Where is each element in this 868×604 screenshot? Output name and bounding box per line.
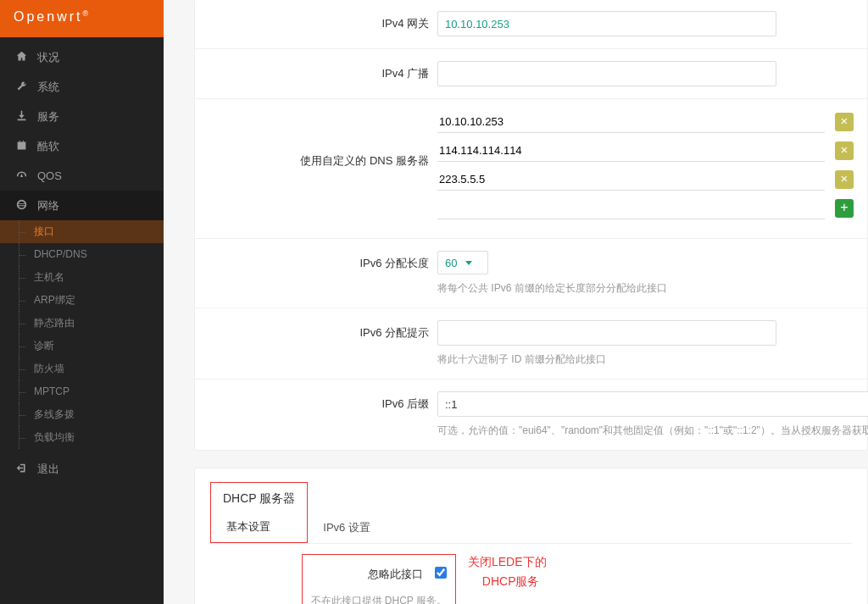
checkbox-ignore-iface[interactable] (435, 567, 447, 579)
label-dns: 使用自定义的 DNS 服务器 (195, 111, 437, 169)
annotation-line2: DHCP服务 (468, 574, 547, 590)
hint-ipv6-suffix: 可选，允许的值："eui64"、"random"和其他固定值（例如："::1"或… (437, 424, 868, 438)
row-ipv4-gateway: IPv4 网关 (195, 0, 867, 49)
subnav-multiwan[interactable]: 多线多拨 (0, 403, 164, 426)
brand-header: Openwrt® (0, 0, 164, 37)
row-dns: 使用自定义的 DNS 服务器 × × × + (195, 99, 867, 239)
logout-icon (14, 463, 29, 475)
wrench-icon (14, 80, 29, 93)
chevron-down-icon (465, 261, 472, 265)
nav-qos[interactable]: QOS (0, 161, 164, 191)
row-ipv6-len: IPv6 分配长度 60 将每个公共 IPv6 前缀的给定长度部分分配给此接口 (195, 239, 867, 308)
nav-system-label: 系统 (37, 80, 59, 95)
calendar-icon (14, 140, 29, 152)
interface-settings-card: IPv4 网关 IPv4 广播 使用自定义的 DNS 服务器 × × (194, 0, 868, 451)
nav-status-label: 状况 (37, 50, 59, 65)
nav-services-label: 服务 (37, 109, 59, 125)
row-ipv6-suffix: IPv6 后缀 可选，允许的值："eui64"、"random"和其他固定值（例… (195, 380, 867, 450)
gauge-icon (14, 169, 29, 182)
dns-input-new[interactable] (437, 197, 825, 219)
dhcp-tab-bar: DHCP 服务器 基本设置 IPv6 设置 (210, 482, 852, 544)
home-icon (14, 51, 29, 64)
brand-trademark: ® (82, 9, 88, 18)
label-ipv6-suffix: IPv6 后缀 (195, 391, 437, 412)
label-ignore-iface: 忽略此接口 (368, 567, 423, 582)
nav-logout-label: 退出 (37, 462, 59, 477)
row-ipv6-hint: IPv6 分配提示 将此十六进制子 ID 前缀分配给此接口 (195, 308, 867, 380)
subnav-firewall[interactable]: 防火墙 (0, 357, 164, 380)
input-ipv4-broadcast[interactable] (437, 61, 776, 86)
nav-services[interactable]: 服务 (0, 102, 164, 131)
network-subnav: 接口 DHCP/DNS 主机名 ARP绑定 静态路由 诊断 防火墙 MPTCP … (0, 220, 164, 449)
subnav-dhcp-dns[interactable]: DHCP/DNS (0, 243, 164, 266)
brand-name: Openwrt (14, 9, 82, 24)
hint-ignore-iface: 不在此接口提供 DHCP 服务。 (311, 594, 447, 604)
sidebar: Openwrt® 状况 系统 服务 酷软 QOS 网络 接口 DHCP/DNS (0, 0, 164, 604)
input-ipv6-hint[interactable] (437, 320, 776, 346)
dns-entry-2: × (437, 169, 854, 191)
nav-logout[interactable]: 退出 (0, 454, 164, 484)
input-ipv6-suffix[interactable] (437, 391, 868, 417)
dhcp-card: DHCP 服务器 基本设置 IPv6 设置 忽略此接口 不在此接口提供 DHCP… (194, 468, 868, 604)
tab-basic[interactable]: 基本设置 (211, 512, 286, 542)
nav-koolsoft-label: 酷软 (37, 139, 59, 154)
hint-ipv6-hint: 将此十六进制子 ID 前缀分配给此接口 (437, 352, 854, 367)
subnav-interfaces[interactable]: 接口 (0, 220, 164, 243)
nav-system[interactable]: 系统 (0, 72, 164, 102)
subnav-loadbalance[interactable]: 负载均衡 (0, 426, 164, 449)
label-ipv4-broadcast: IPv4 广播 (195, 61, 437, 81)
dns-input-1[interactable] (437, 140, 825, 162)
subnav-static-routes[interactable]: 静态路由 (0, 312, 164, 335)
download-icon (14, 110, 29, 123)
subnav-diagnostics[interactable]: 诊断 (0, 335, 164, 357)
nav-qos-label: QOS (37, 169, 62, 182)
tab-ipv6[interactable]: IPv6 设置 (308, 513, 386, 543)
bottom-nav: 退出 (0, 454, 164, 484)
label-ipv6-hint: IPv6 分配提示 (195, 320, 437, 341)
dns-remove-2[interactable]: × (835, 170, 854, 189)
content-area: IPv4 网关 IPv4 广播 使用自定义的 DNS 服务器 × × (164, 0, 868, 604)
nav-network[interactable]: 网络 (0, 191, 164, 220)
dns-remove-0[interactable]: × (835, 113, 854, 131)
dns-entry-0: × (437, 111, 854, 133)
select-ipv6-len[interactable]: 60 (437, 251, 488, 274)
subnav-hostnames[interactable]: 主机名 (0, 266, 164, 289)
label-ipv4-gateway: IPv4 网关 (195, 11, 437, 31)
subnav-arp[interactable]: ARP绑定 (0, 289, 164, 312)
dhcp-ignore-box: 忽略此接口 不在此接口提供 DHCP 服务。 (302, 554, 456, 604)
nav-network-label: 网络 (37, 198, 59, 213)
input-ipv4-gateway[interactable] (437, 11, 776, 36)
dhcp-ignore-row: 忽略此接口 不在此接口提供 DHCP 服务。 关闭LEDE下的 DHCP服务 (210, 554, 852, 604)
label-ipv6-len: IPv6 分配长度 (195, 251, 437, 271)
globe-icon (14, 199, 29, 212)
dns-add-button[interactable]: + (835, 199, 854, 218)
annotation-line1: 关闭LEDE下的 (468, 554, 547, 570)
row-ipv4-broadcast: IPv4 广播 (195, 49, 867, 99)
dhcp-section-title-box: DHCP 服务器 基本设置 (210, 482, 308, 543)
hint-ipv6-len: 将每个公共 IPv6 前缀的给定长度部分分配给此接口 (437, 281, 854, 296)
dns-entry-new: + (437, 197, 854, 219)
dns-input-0[interactable] (437, 111, 825, 133)
nav-status[interactable]: 状况 (0, 42, 164, 72)
nav-koolsoft[interactable]: 酷软 (0, 131, 164, 161)
main-nav: 状况 系统 服务 酷软 QOS 网络 (0, 42, 164, 220)
dhcp-section-title: DHCP 服务器 (211, 483, 307, 512)
dns-remove-1[interactable]: × (835, 141, 854, 160)
dns-entry-1: × (437, 140, 854, 162)
ipv6-len-value: 60 (445, 257, 457, 269)
dns-input-2[interactable] (437, 169, 825, 191)
subnav-mptcp[interactable]: MPTCP (0, 380, 164, 403)
